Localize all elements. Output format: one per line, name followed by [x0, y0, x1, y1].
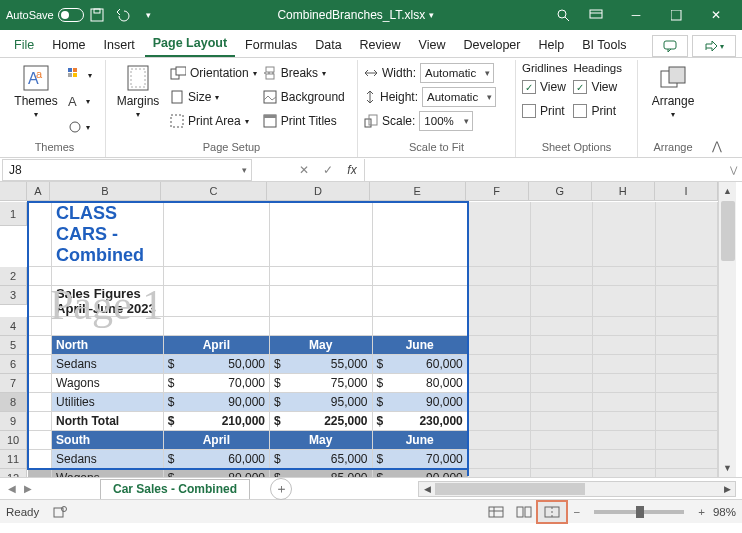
- cell[interactable]: [593, 355, 655, 374]
- row-header[interactable]: 2: [0, 267, 27, 286]
- redo-dropdown-icon[interactable]: ▾: [136, 3, 162, 27]
- scale-combo[interactable]: 100%: [419, 111, 473, 131]
- cell[interactable]: [530, 450, 592, 469]
- vertical-scrollbar[interactable]: ▲ ▼: [718, 182, 736, 477]
- breaks-button[interactable]: Breaks ▾: [263, 62, 345, 84]
- cancel-formula-icon[interactable]: ✕: [292, 158, 316, 182]
- undo-icon[interactable]: [110, 3, 136, 27]
- cell[interactable]: [593, 450, 655, 469]
- cell[interactable]: [468, 355, 530, 374]
- cell[interactable]: [655, 469, 718, 478]
- cell[interactable]: $70,000: [163, 374, 269, 393]
- cell[interactable]: [270, 267, 373, 286]
- cell[interactable]: May: [270, 336, 373, 355]
- cell[interactable]: [372, 202, 468, 267]
- cell[interactable]: $75,000: [270, 374, 373, 393]
- share-button[interactable]: ▾: [692, 35, 736, 57]
- minimize-button[interactable]: ─: [616, 0, 656, 30]
- cell[interactable]: [593, 431, 655, 450]
- row-header[interactable]: 12: [0, 469, 27, 478]
- cell[interactable]: [28, 286, 52, 317]
- sheet-tab-active[interactable]: Car Sales - Combined: [100, 479, 250, 499]
- spreadsheet-grid[interactable]: 1CLASS CARS - Combined23Sales Figures Ap…: [0, 201, 718, 477]
- cell[interactable]: $65,000: [270, 450, 373, 469]
- cell[interactable]: CLASS CARS - Combined: [52, 202, 164, 267]
- cell[interactable]: [655, 317, 718, 336]
- cell[interactable]: [530, 374, 592, 393]
- cell[interactable]: [655, 202, 718, 267]
- cell[interactable]: $80,000: [163, 469, 269, 478]
- height-combo[interactable]: Automatic: [422, 87, 496, 107]
- column-header[interactable]: H: [592, 182, 655, 201]
- row-header[interactable]: 9: [0, 412, 27, 431]
- name-box[interactable]: J8: [2, 159, 252, 181]
- tab-bitools[interactable]: BI Tools: [574, 34, 634, 57]
- column-header[interactable]: E: [370, 182, 466, 201]
- margins-button[interactable]: Margins ▾: [112, 62, 164, 119]
- gridlines-view-checkbox[interactable]: ✓View: [522, 76, 567, 98]
- cell[interactable]: [530, 286, 592, 317]
- tab-developer[interactable]: Developer: [455, 34, 528, 57]
- macro-record-icon[interactable]: [53, 505, 67, 519]
- cell[interactable]: [163, 317, 269, 336]
- cell[interactable]: [530, 317, 592, 336]
- cell[interactable]: [655, 267, 718, 286]
- cell[interactable]: [655, 374, 718, 393]
- cell[interactable]: [593, 469, 655, 478]
- print-area-button[interactable]: Print Area ▾: [170, 110, 257, 132]
- cell[interactable]: $80,000: [372, 374, 468, 393]
- zoom-thumb[interactable]: [636, 506, 644, 518]
- cell[interactable]: $60,000: [163, 450, 269, 469]
- cell[interactable]: [530, 355, 592, 374]
- tab-view[interactable]: View: [411, 34, 454, 57]
- select-all-button[interactable]: [0, 182, 27, 201]
- cell[interactable]: [28, 336, 52, 355]
- zoom-slider[interactable]: [594, 510, 684, 514]
- cell[interactable]: [468, 317, 530, 336]
- cell[interactable]: [372, 267, 468, 286]
- cell[interactable]: [163, 267, 269, 286]
- save-icon[interactable]: [84, 3, 110, 27]
- cell[interactable]: [52, 267, 164, 286]
- column-header[interactable]: A: [27, 182, 51, 201]
- cell[interactable]: [52, 317, 164, 336]
- cell[interactable]: $225,000: [270, 412, 373, 431]
- column-header[interactable]: F: [466, 182, 529, 201]
- close-button[interactable]: ✕: [696, 0, 736, 30]
- headings-view-checkbox[interactable]: ✓View: [573, 76, 622, 98]
- cell[interactable]: [655, 412, 718, 431]
- cell[interactable]: [372, 286, 468, 317]
- tab-review[interactable]: Review: [352, 34, 409, 57]
- cell[interactable]: [593, 336, 655, 355]
- cell[interactable]: $70,000: [372, 450, 468, 469]
- tab-help[interactable]: Help: [530, 34, 572, 57]
- cell[interactable]: [468, 450, 530, 469]
- cell[interactable]: [270, 202, 373, 267]
- cell[interactable]: [468, 393, 530, 412]
- cell[interactable]: June: [372, 336, 468, 355]
- zoom-level[interactable]: 98%: [713, 506, 736, 518]
- cell[interactable]: South: [52, 431, 164, 450]
- cell[interactable]: [655, 450, 718, 469]
- enter-formula-icon[interactable]: ✓: [316, 158, 340, 182]
- orientation-button[interactable]: Orientation ▾: [170, 62, 257, 84]
- width-combo[interactable]: Automatic: [420, 63, 494, 83]
- arrange-button[interactable]: Arrange ▾: [647, 62, 699, 119]
- cell[interactable]: Sales Figures April–June 2023: [52, 286, 164, 317]
- row-header[interactable]: 6: [0, 355, 27, 374]
- zoom-out-button[interactable]: −: [574, 506, 581, 518]
- row-header[interactable]: 5: [0, 336, 27, 355]
- cell[interactable]: [28, 374, 52, 393]
- collapse-ribbon-icon[interactable]: ⋀: [708, 60, 726, 157]
- cell[interactable]: [468, 412, 530, 431]
- gridlines-print-checkbox[interactable]: Print: [522, 100, 567, 122]
- colors-button[interactable]: ▾: [68, 64, 92, 86]
- cell[interactable]: [593, 374, 655, 393]
- cell[interactable]: Sedans: [52, 450, 164, 469]
- cell[interactable]: $90,000: [372, 393, 468, 412]
- row-header[interactable]: 4: [0, 317, 27, 336]
- cell[interactable]: April: [163, 431, 269, 450]
- row-header[interactable]: 10: [0, 431, 27, 450]
- cell[interactable]: [593, 412, 655, 431]
- cell[interactable]: June: [372, 431, 468, 450]
